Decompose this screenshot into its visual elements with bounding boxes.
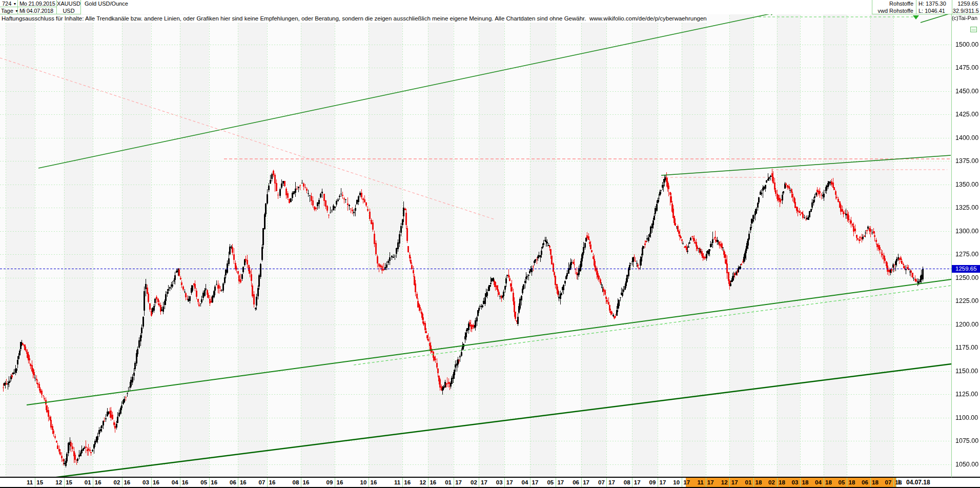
taipan-chart-window: 724 ▼ Tage ▼ Mo 21.09.2015 Mi 04.07.2018…: [0, 0, 980, 488]
x-axis-label: 11 15: [25, 478, 45, 487]
x-axis-label: 03 18: [790, 478, 810, 487]
y-axis-label: 1050.00: [955, 460, 978, 469]
y-axis-label: 1450.00: [955, 87, 978, 95]
y-axis-label: 1375.00: [955, 157, 978, 165]
x-axis-corner: [951, 478, 980, 487]
x-axis-label: 05 16: [199, 478, 219, 487]
x-axis-label: 11 16: [392, 478, 413, 487]
x-axis-label: 12 16: [418, 478, 438, 487]
periods-dropdown[interactable]: 724 ▼: [0, 0, 18, 7]
x-axis-label: 05 18: [836, 478, 857, 487]
date-from-cell[interactable]: Mo 21.09.2015: [18, 0, 57, 7]
y-axis-label: 1475.00: [955, 64, 978, 72]
x-axis-label: 07 17: [596, 478, 617, 487]
x-axis-label: 04 17: [520, 478, 540, 487]
last-marker-label: L: [898, 478, 902, 487]
data-source-label: vwd Rohstoffe: [872, 7, 915, 14]
x-axis-label: 08 16: [291, 478, 311, 487]
x-axis-label: 09 16: [324, 478, 345, 487]
y-axis-label: 1250.00: [955, 274, 978, 282]
y-axis-label: 1500.00: [955, 40, 978, 49]
x-axis-label: 04 18: [813, 478, 834, 487]
symbol-cell[interactable]: XAUUSD: [57, 0, 81, 7]
x-axis-label: 08 17: [622, 478, 642, 487]
chevron-down-icon: ▼: [13, 2, 16, 6]
y-axis-label: 1300.00: [955, 227, 978, 235]
period-high-label: H: 1375.30: [916, 0, 951, 7]
period-unit-value: Tage: [1, 8, 13, 14]
x-axis-label: 07 16: [257, 478, 277, 487]
collapse-chart-button[interactable]: —: [970, 27, 977, 32]
x-axis: 11 1512 1501 1602 1603 1604 1605 1606 16…: [0, 478, 951, 487]
y-axis-label: 1225.00: [955, 297, 978, 305]
y-axis-label: 1350.00: [955, 180, 978, 189]
x-axis-label: 10 17: [671, 478, 692, 487]
y-axis-label: 1150.00: [955, 367, 978, 375]
currency-cell: USD: [57, 7, 81, 14]
x-axis-label: 12 15: [54, 478, 74, 487]
x-axis-label: 02 18: [767, 478, 787, 487]
x-axis-label: 06 18: [860, 478, 881, 487]
date-to-cell[interactable]: Mi 04.07.2018: [18, 7, 57, 14]
last-price-label: 1259.65: [952, 0, 980, 7]
instrument-title: Gold USD/Ounce: [84, 0, 128, 7]
y-axis-label: 1275.00: [955, 250, 978, 258]
last-date-label: 04.07.18: [906, 478, 930, 487]
y-axis-label: 1200.00: [955, 320, 978, 329]
change-label: 32.9/311.5: [952, 7, 980, 14]
x-axis-label: 03 17: [494, 478, 515, 487]
x-axis-label: 01 16: [83, 478, 103, 487]
y-axis-label: 1175.00: [955, 343, 978, 352]
y-axis: 1050.001075.001100.001125.001150.001175.…: [951, 13, 980, 477]
x-axis-label: 06 17: [571, 478, 591, 487]
price-chart-canvas[interactable]: [0, 0, 980, 488]
x-axis-label: 04 16: [170, 478, 190, 487]
y-axis-label: 1075.00: [955, 437, 978, 445]
y-axis-label: 1400.00: [955, 134, 978, 142]
x-axis-label: 12 17: [719, 478, 740, 487]
copyright-label: (c)Tai-Pan: [952, 15, 977, 21]
y-axis-label: 1325.00: [955, 204, 978, 212]
x-axis-label: 05 17: [545, 478, 566, 487]
y-axis-label: 1100.00: [955, 414, 978, 422]
x-axis-label: 10 16: [358, 478, 379, 487]
x-axis-label: 01 17: [443, 478, 464, 487]
x-axis-label: 03 16: [141, 478, 161, 487]
last-price-tag: 1259.65: [952, 265, 980, 273]
period-low-label: L: 1046.41: [916, 7, 951, 14]
x-axis-label: 01 18: [743, 478, 764, 487]
chart-header: 724 ▼ Tage ▼ Mo 21.09.2015 Mi 04.07.2018…: [0, 0, 980, 14]
x-axis-label: 02 17: [468, 478, 489, 487]
disclaimer-text: Haftungsausschluss für Inhalte: Alle Tre…: [0, 15, 707, 23]
x-axis-label: 02 16: [112, 478, 132, 487]
category-label: Rohstoffe: [872, 0, 915, 7]
y-axis-label: 1125.00: [955, 390, 978, 398]
x-axis-label: 06 16: [228, 478, 248, 487]
period-unit-dropdown[interactable]: Tage ▼: [0, 7, 18, 14]
periods-value: 724: [2, 1, 11, 7]
x-axis-label: 09 17: [647, 478, 668, 487]
y-axis-label: 1425.00: [955, 110, 978, 118]
x-axis-label: 11 17: [696, 478, 716, 487]
